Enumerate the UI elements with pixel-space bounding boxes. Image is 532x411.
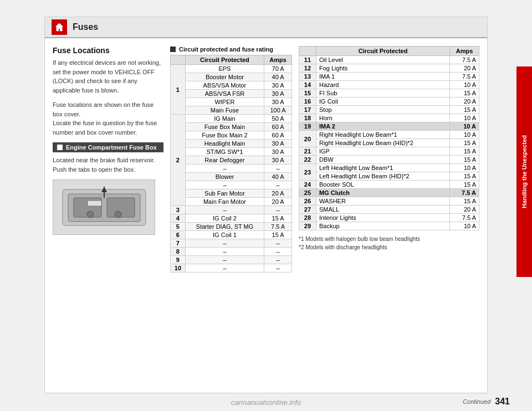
circuit-name: Fuse Box Main 2 (185, 131, 264, 140)
circuit-name: Blower (185, 173, 264, 181)
row-num: 29 (299, 222, 316, 230)
circuit-amps: 70 A (264, 65, 292, 73)
circuit-name: – (185, 264, 264, 273)
table-row: Right Headlight Low Beam (HID)*2 15 A (299, 139, 479, 147)
circuit-amps: 30 A (264, 90, 292, 98)
engine-box-label: Engine Compartment Fuse Box (66, 144, 157, 151)
fuse-num: 7 (171, 239, 186, 248)
circuit-name: Left Headlight Low Beam*1 (316, 164, 449, 172)
circuit-amps: 30 A (264, 140, 292, 148)
circuit-amps: 30 A (264, 81, 292, 90)
circuit-amps: 7.5 A (450, 189, 479, 197)
table-row: 27 SMALL 20 A (299, 206, 479, 214)
circuit-name: Fog Lights (316, 64, 449, 73)
table-row: Left Headlight Low Beam (HID)*2 15 A (299, 172, 479, 181)
fuse-num: 1 (171, 65, 186, 115)
table-row: Rear Defogger 30 A (171, 156, 292, 165)
footnote-2: *2 Models with discharge headlights (299, 243, 479, 251)
table-row: 18 Horn 10 A (299, 114, 479, 122)
circuit-name: Hazard (316, 81, 449, 89)
circuit-name: – (185, 206, 264, 214)
circuit-amps: 20 A (450, 206, 479, 214)
row-num: 13 (299, 73, 316, 81)
fuse-num: 3 (171, 206, 186, 214)
continued-label: Continued (463, 398, 490, 405)
col-num (171, 55, 186, 65)
col-circuit: Circuit Protected (316, 47, 449, 56)
circuit-amps: 30 A (264, 98, 292, 106)
table-row: 6 IG Coil 1 15 A (171, 231, 292, 239)
circuit-amps: 10 A (450, 114, 479, 122)
circuit-name: Horn (316, 114, 449, 122)
circuit-amps: 15 A (450, 156, 479, 164)
circuit-name: Headlight Main (185, 140, 264, 148)
table-row: Headlight Main 30 A (171, 140, 292, 148)
circuit-name: Main Fuse (185, 106, 264, 115)
circuit-name: – (185, 248, 264, 256)
main-content: Fuses Fuse Locations If any electrical d… (44, 17, 488, 393)
col-num (299, 47, 316, 56)
circuit-name: FI Sub (316, 89, 449, 97)
circuit-table-title: Circuit protected and fuse rating (170, 46, 292, 53)
table-row: Booster Motor 40 A (171, 73, 292, 81)
table-row: 28 Interior Lights 7.5 A (299, 214, 479, 222)
circuit-amps: 10 A (450, 131, 479, 139)
circuit-amps: 20 A (264, 198, 292, 206)
page-footer: Continued 341 (463, 397, 510, 407)
circuit-amps: – (264, 165, 292, 173)
row-num: 27 (299, 206, 316, 214)
table-row: 14 Hazard 10 A (299, 81, 479, 89)
table-row: Main Fan Motor 20 A (171, 198, 292, 206)
table-row: 17 Stop 15 A (299, 106, 479, 114)
circuit-name: Booster SOL (316, 181, 449, 189)
circuit-name: Right Headlight Low Beam*1 (316, 131, 449, 139)
engine-box-heading: Engine Compartment Fuse Box (53, 142, 163, 152)
fuse-num: 9 (171, 256, 186, 264)
circuit-name: ABS/VSA Motor (185, 81, 264, 90)
table-row: 12 Fog Lights 20 A (299, 64, 479, 73)
fuse-num: 6 (171, 231, 186, 239)
fuse-intro-text: If any electrical devices are not workin… (53, 58, 163, 95)
circuit-name: IG Coil (316, 97, 449, 106)
fuse-num: 4 (171, 214, 186, 223)
circuit-name: IG Main (185, 115, 264, 123)
circuit-amps: 15 A (264, 214, 292, 223)
table-row: Blower 40 A (171, 173, 292, 181)
table-row: 20 Right Headlight Low Beam*1 10 A (299, 131, 479, 139)
heading-square (57, 145, 63, 150)
circuit-amps: 100 A (264, 106, 292, 115)
circuit-name: Backup (316, 222, 449, 230)
circuit-name: – (185, 165, 264, 173)
circuit-amps: 15 A (450, 89, 479, 97)
engine-box-desc: Located near the brake fluid reservoir. … (53, 156, 163, 174)
circuit-name: Fuse Box Main (185, 123, 264, 131)
circuit-name: Stop (316, 106, 449, 114)
circuit-amps: – (264, 239, 292, 248)
circuit-name: ST/MG SW*1 (185, 148, 264, 156)
row-num: 17 (299, 106, 316, 114)
row-num: 21 (299, 147, 316, 156)
circuit-name: IG Coil 1 (185, 231, 264, 239)
circuit-amps: 15 A (264, 231, 292, 239)
row-num: 16 (299, 97, 316, 106)
table-row: ABS/VSA Motor 30 A (171, 81, 292, 90)
row-num: 25 (299, 189, 316, 197)
table-row: 21 IGP 15 A (299, 147, 479, 156)
circuit-amps: 10 A (450, 222, 479, 230)
right-circuit-table: Circuit Protected Amps 11 Oil Level 7.5 … (299, 46, 479, 230)
table-row: 15 FI Sub 15 A (299, 89, 479, 97)
circuit-name: IMA 2 (316, 122, 449, 131)
row-num: 12 (299, 64, 316, 73)
circuit-name: – (185, 181, 264, 189)
circuit-title-label: Circuit protected and fuse rating (179, 46, 273, 53)
circuit-name: Starter DIAG, ST MG (185, 223, 264, 231)
table-row: 16 IG Coil 20 A (299, 97, 479, 106)
circuit-amps: 40 A (264, 73, 292, 81)
table-row: 5 Starter DIAG, ST MG 7.5 A (171, 223, 292, 231)
circuit-amps: 15 A (450, 181, 479, 189)
fuse-circuit-table: Circuit Protected Amps 1 EPS 70 A Booste… (170, 55, 292, 273)
circuit-amps: 10 A (450, 164, 479, 172)
table-row: 9 – – (171, 256, 292, 264)
chapter-label: Handling the Unexpected (521, 135, 528, 208)
circuit-name: – (185, 239, 264, 248)
